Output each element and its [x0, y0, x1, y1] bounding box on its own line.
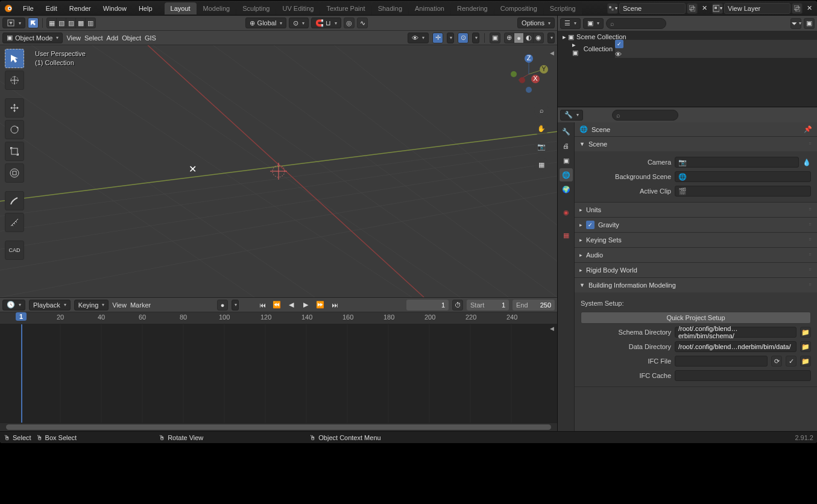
ptab-scene[interactable]: 🌐 — [560, 168, 573, 181]
navigation-gizmo[interactable]: Z Y X — [508, 51, 544, 99]
options-dropdown[interactable]: Options — [517, 17, 555, 28]
tab-scripting[interactable]: Scripting — [544, 2, 582, 14]
blender-logo-icon[interactable] — [0, 1, 17, 16]
timeline-playback-menu[interactable]: Playback — [29, 300, 71, 310]
tool-mode-segmented[interactable] — [28, 17, 39, 28]
panel-rigid-body[interactable]: ▸Rigid Body World⠿ — [575, 263, 817, 277]
folder-icon[interactable]: 📁 — [800, 327, 811, 338]
timeline-ruler[interactable]: 1 20 40 60 80 100 120 140 160 180 200 22… — [0, 312, 557, 324]
pan-icon[interactable]: ✋ — [534, 121, 549, 136]
jump-start-icon[interactable]: ⏮ — [257, 300, 268, 310]
auto-key-icon[interactable]: ● — [217, 300, 228, 310]
properties-editor-type[interactable]: 🔧 — [560, 110, 583, 121]
current-frame-input[interactable]: 1 — [406, 300, 449, 310]
proportional-icon[interactable]: ◎ — [344, 17, 355, 28]
check-icon[interactable]: ✓ — [786, 356, 796, 367]
xray-toggle-icon[interactable]: ▣ — [490, 33, 500, 43]
object-mode-dropdown[interactable]: ▣ Object Mode — [2, 33, 63, 43]
jump-end-icon[interactable]: ⏭ — [329, 300, 340, 310]
timeline-keying-menu[interactable]: Keying — [74, 300, 109, 310]
outliner-search[interactable] — [606, 18, 666, 29]
timeline-body[interactable]: ◀ — [0, 324, 557, 423]
pin-icon[interactable]: 📌 — [804, 125, 812, 133]
select-box-tool-icon[interactable] — [28, 18, 38, 28]
viewlayer-browse-icon[interactable]: ▾ — [712, 3, 723, 14]
new-scene-icon[interactable] — [687, 3, 698, 14]
outliner-collection[interactable]: ▸ ▣ Collection ✓ 👁 — [558, 43, 817, 55]
viewport-menu-add[interactable]: Add — [107, 34, 119, 42]
bgscene-input[interactable]: 🌐 — [675, 171, 811, 182]
3d-viewport[interactable]: ✕ User Perspective (1) Collection — [0, 45, 557, 297]
tool-annotate[interactable] — [5, 191, 24, 210]
tool-rotate[interactable] — [5, 120, 24, 139]
jump-prev-key-icon[interactable]: ⏪ — [271, 300, 282, 310]
shading-rendered-icon[interactable]: ◉ — [534, 33, 543, 43]
select-intersect-icon[interactable]: ▥ — [86, 18, 95, 28]
ifc-file-input[interactable] — [675, 356, 768, 367]
delete-viewlayer-icon[interactable]: ✕ — [804, 3, 815, 14]
tab-compositing[interactable]: Compositing — [494, 2, 543, 14]
tool-cad[interactable]: CAD — [5, 241, 24, 260]
jump-next-key-icon[interactable]: ⏩ — [315, 300, 326, 310]
menu-file[interactable]: File — [17, 1, 40, 16]
panel-scene[interactable]: ▼Scene⠿ — [575, 137, 817, 151]
tool-measure[interactable] — [5, 213, 24, 232]
ptab-texture[interactable]: ▦ — [560, 228, 573, 242]
new-viewlayer-icon[interactable] — [792, 3, 803, 14]
tool-transform[interactable] — [5, 163, 24, 183]
gizmo-toggle-icon[interactable]: ✛ — [432, 33, 443, 43]
tab-uv-editing[interactable]: UV Editing — [276, 2, 320, 14]
delete-scene-icon[interactable]: ✕ — [699, 3, 710, 14]
properties-search[interactable] — [612, 110, 678, 121]
activeclip-input[interactable]: 🎬 — [675, 186, 811, 197]
ptab-world[interactable]: 🌍 — [560, 183, 573, 196]
outliner-new-collection-icon[interactable]: ▣ — [804, 18, 815, 29]
tab-animation[interactable]: Animation — [409, 2, 450, 14]
play-icon[interactable]: ▶ — [300, 300, 311, 310]
tool-select-box[interactable] — [5, 49, 24, 68]
schema-dir-input[interactable]: /root/.config/blend…erbim/bim/schema/ — [675, 327, 796, 338]
visibility-dropdown[interactable]: 👁 — [408, 33, 429, 43]
viewlayer-selector[interactable]: ▾ View Layer ✕ — [712, 3, 815, 14]
zoom-icon[interactable]: ⌕ — [534, 103, 549, 118]
select-mode-segmented[interactable]: ▦ ▧ ▨ ▩ ▥ — [46, 17, 96, 28]
outliner-editor-type[interactable]: ☰ — [560, 18, 581, 29]
pivot-dropdown[interactable]: ⊙ — [289, 17, 309, 28]
shading-options-dropdown[interactable] — [547, 33, 555, 43]
ptab-viewlayer[interactable]: ▣ — [560, 154, 573, 167]
camera-input[interactable]: 📷 — [675, 157, 799, 168]
shading-material-icon[interactable]: ◐ — [524, 33, 534, 43]
panel-bim[interactable]: ▼Building Information Modeling⠿ — [575, 278, 817, 292]
eyedropper-icon[interactable]: 💧 — [803, 159, 811, 166]
viewport-menu-object[interactable]: Object — [122, 34, 141, 42]
camera-view-icon[interactable]: 📷 — [534, 139, 549, 154]
tab-modeling[interactable]: Modeling — [197, 2, 236, 14]
tab-texture-paint[interactable]: Texture Paint — [320, 2, 371, 14]
shading-mode-segmented[interactable]: ⊕ ● ◐ ◉ — [504, 33, 544, 43]
shading-solid-icon[interactable]: ● — [514, 33, 524, 43]
editor-type-dropdown[interactable] — [2, 17, 25, 28]
timeline-marker-menu[interactable]: Marker — [130, 301, 151, 309]
tab-layout[interactable]: Layout — [165, 2, 197, 14]
start-frame-input[interactable]: Start1 — [467, 300, 509, 310]
tab-sculpting[interactable]: Sculpting — [236, 2, 276, 14]
timeline-scrollbar[interactable] — [0, 423, 557, 431]
select-subtract-icon[interactable]: ▨ — [66, 18, 76, 28]
tab-shading[interactable]: Shading — [372, 2, 408, 14]
tool-move[interactable] — [5, 98, 24, 118]
shading-wireframe-icon[interactable]: ⊕ — [505, 33, 514, 43]
orientation-dropdown[interactable]: ⊕Global — [245, 17, 287, 28]
outliner-filter-icon[interactable]: ⏷ — [790, 18, 801, 29]
tool-cursor[interactable] — [5, 71, 24, 90]
ptab-collection[interactable]: ◉ — [560, 206, 573, 219]
outliner-display-mode[interactable]: ▣ — [583, 18, 604, 29]
scene-browse-icon[interactable]: ▾ — [607, 3, 618, 14]
reload-icon[interactable]: ⟳ — [771, 356, 782, 367]
gravity-checkbox[interactable]: ✓ — [586, 221, 595, 229]
collection-exclude-checkbox[interactable]: ✓ — [615, 40, 623, 48]
viewlayer-name-input[interactable]: View Layer — [724, 3, 790, 14]
end-frame-input[interactable]: End250 — [513, 300, 555, 310]
snap-dropdown[interactable]: 🧲 ⊔ — [311, 17, 341, 28]
ptab-output[interactable]: 🖨 — [560, 139, 573, 153]
tool-scale[interactable] — [5, 142, 24, 161]
